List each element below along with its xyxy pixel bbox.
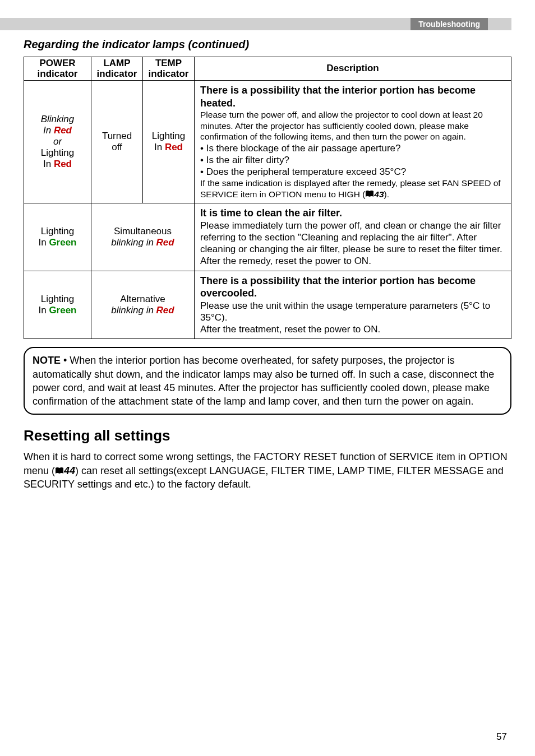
table-row: Blinking In Red or Lighting In Red Turne… — [24, 81, 511, 203]
desc-p: Please immediately turn the power off, a… — [200, 220, 505, 267]
power-l2: In Green — [26, 237, 89, 248]
th-temp: TEMPindicator — [143, 57, 195, 81]
cell-desc: It is time to clean the air filter. Plea… — [195, 203, 511, 271]
desc-b3: • Does the peripheral temperature exceed… — [200, 166, 505, 178]
desc-p2: If the same indication is displayed afte… — [200, 178, 505, 200]
cell-lamptemp: Alternative blinking in Red — [91, 271, 195, 339]
th-power: POWERindicator — [24, 57, 91, 81]
power-l4: Lighting — [26, 147, 89, 159]
txt-green: Green — [49, 237, 76, 248]
note-text: • When the interior portion has become o… — [33, 355, 494, 407]
power-l2: In Green — [26, 305, 89, 316]
combo-l1: Simultaneous — [94, 226, 192, 237]
resetting-heading: Resetting all settings — [24, 427, 511, 444]
table-row: Lighting In Green Alternative blinking i… — [24, 271, 511, 339]
desc-head: There is a possibility that the interior… — [200, 275, 505, 300]
desc-head: There is a possibility that the interior… — [200, 84, 505, 109]
th-temp-l2: indicator — [145, 69, 192, 80]
power-l1: Blinking — [26, 114, 89, 125]
note-box: NOTE • When the interior portion has bec… — [24, 347, 511, 415]
txt-red: Red — [156, 237, 174, 248]
txt: In — [43, 125, 54, 136]
cell-power: Lighting In Green — [24, 271, 91, 339]
desc-p1: Please turn the power off, and allow the… — [200, 109, 505, 142]
th-lamp-l1: LAMP — [94, 58, 140, 69]
th-power-l1: POWER — [26, 58, 89, 69]
temp-l1: Lighting — [145, 131, 192, 142]
txt-red: Red — [54, 125, 72, 136]
desc-p2: After the treatment, reset the power to … — [200, 323, 505, 335]
desc-b2: • Is the air filter dirty? — [200, 154, 505, 166]
txt: In — [38, 305, 49, 316]
lamp-l2: off — [94, 142, 140, 153]
temp-l2: In Red — [145, 142, 192, 153]
power-l1: Lighting — [26, 294, 89, 305]
section-tab: Troubleshooting — [411, 18, 488, 30]
lamp-l1: Turned — [94, 131, 140, 142]
indicator-table: POWERindicator LAMPindicator TEMPindicat… — [24, 57, 511, 339]
ref-num: 44 — [64, 465, 75, 476]
section-title: Regarding the indicator lamps (continued… — [24, 38, 511, 51]
th-lamp-l2: indicator — [94, 69, 140, 80]
book-icon — [365, 191, 374, 198]
th-lamp: LAMPindicator — [91, 57, 143, 81]
page-number: 57 — [496, 731, 507, 743]
txt-red: Red — [165, 142, 183, 152]
txt-green: Green — [49, 305, 76, 316]
cell-power: Blinking In Red or Lighting In Red — [24, 81, 91, 203]
power-l2: In Red — [26, 125, 89, 136]
txt: If the same indication is displayed afte… — [200, 178, 501, 198]
txt: ). — [384, 189, 389, 199]
cell-lamp: Turned off — [91, 81, 143, 203]
th-temp-l1: TEMP — [145, 58, 192, 69]
header-bar: Troubleshooting — [0, 18, 511, 30]
txt: In — [38, 237, 49, 248]
txt: blinking in — [111, 237, 156, 248]
cell-power: Lighting In Green — [24, 203, 91, 271]
txt-red: Red — [54, 159, 72, 169]
txt: In — [43, 159, 54, 169]
cell-temp: Lighting In Red — [143, 81, 195, 203]
book-icon — [55, 467, 64, 475]
table-row: Lighting In Green Simultaneous blinking … — [24, 203, 511, 271]
power-l1: Lighting — [26, 226, 89, 237]
txt: blinking in — [111, 305, 156, 316]
power-l5: In Red — [26, 159, 89, 170]
combo-l2: blinking in Red — [94, 305, 192, 316]
desc-p1: Please use the unit within the usage tem… — [200, 300, 505, 324]
txt-red: Red — [156, 305, 174, 316]
txt: In — [154, 142, 165, 152]
combo-l1: Alternative — [94, 294, 192, 305]
txt: ) can reset all settings(except LANGUAGE… — [24, 465, 504, 490]
combo-l2: blinking in Red — [94, 237, 192, 248]
th-power-l2: indicator — [26, 69, 89, 80]
desc-head: It is time to clean the air filter. — [200, 207, 505, 220]
cell-lamptemp: Simultaneous blinking in Red — [91, 203, 195, 271]
cell-desc: There is a possibility that the interior… — [195, 81, 511, 203]
th-desc: Description — [195, 57, 511, 81]
cell-desc: There is a possibility that the interior… — [195, 271, 511, 339]
note-label: NOTE — [33, 355, 61, 366]
resetting-body: When it is hard to correct some wrong se… — [24, 450, 511, 491]
desc-b1: • Is there blockage of the air passage a… — [200, 142, 505, 154]
power-l3: or — [26, 136, 89, 147]
ref-num: 43 — [374, 189, 384, 199]
